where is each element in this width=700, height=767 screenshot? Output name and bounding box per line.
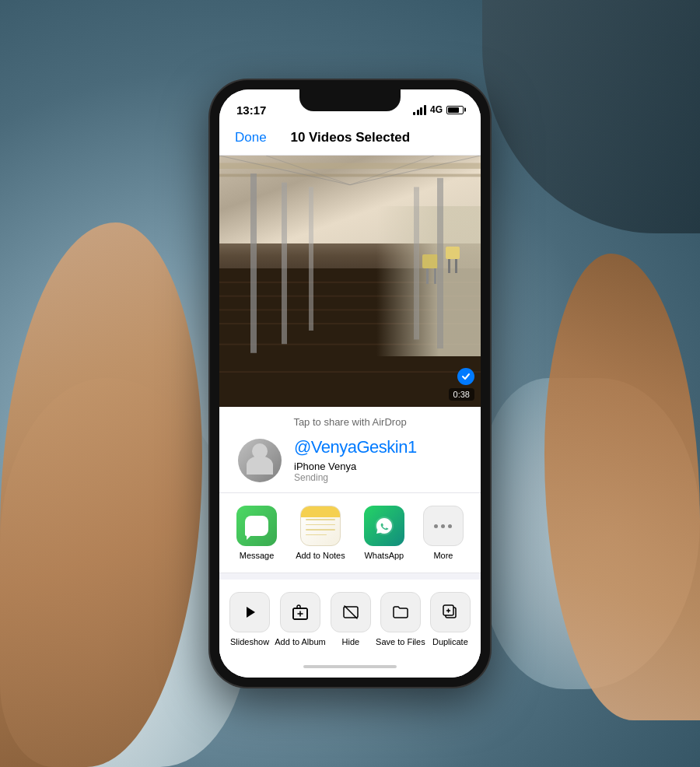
action-hide[interactable]: Hide	[331, 592, 371, 646]
photo-area[interactable]: 0:38	[219, 156, 481, 407]
hide-icon	[331, 592, 371, 632]
actions-row: Slideshow Add to Album	[219, 580, 481, 659]
notch	[299, 89, 401, 111]
selected-badge	[457, 368, 474, 385]
home-indicator	[219, 659, 481, 678]
device-name: iPhone Venya	[294, 461, 462, 472]
share-app-message[interactable]: Message	[236, 506, 277, 560]
action-add-album[interactable]: Add to Album	[275, 592, 325, 646]
airdrop-username: @VenyaGeskin1	[294, 437, 462, 457]
save-files-icon	[380, 592, 421, 632]
status-time: 13:17	[236, 103, 266, 117]
slideshow-label: Slideshow	[230, 637, 269, 646]
avatar[interactable]	[238, 439, 282, 482]
svg-rect-20	[282, 183, 287, 345]
message-label: Message	[240, 551, 275, 560]
add-album-label: Add to Album	[275, 637, 325, 646]
action-duplicate[interactable]: Duplicate	[430, 592, 471, 646]
duplicate-label: Duplicate	[432, 637, 468, 646]
svg-rect-19	[250, 173, 257, 353]
add-album-icon	[280, 592, 320, 632]
svg-line-31	[345, 606, 357, 618]
share-app-whatsapp[interactable]: WhatsApp	[364, 506, 404, 560]
svg-rect-22	[437, 178, 443, 348]
notes-label: Add to Notes	[296, 551, 345, 560]
hide-label: Hide	[342, 637, 360, 646]
more-dots-icon	[434, 524, 452, 528]
share-apps-row: Message Add to Notes	[219, 493, 481, 573]
done-button[interactable]: Done	[235, 130, 267, 145]
status-icons: 4G	[413, 104, 464, 115]
phone-screen: 13:17 4G Done 10 Videos Selected	[219, 89, 481, 678]
airdrop-section: Tap to share with AirDrop @VenyaGeskin1 …	[219, 407, 481, 493]
signal-bars-icon	[413, 105, 426, 115]
share-app-more[interactable]: More	[423, 506, 464, 560]
whatsapp-label: WhatsApp	[364, 551, 404, 560]
action-slideshow[interactable]: Slideshow	[229, 592, 270, 646]
section-divider	[219, 573, 481, 580]
message-icon	[236, 506, 277, 546]
share-app-notes[interactable]: Add to Notes	[296, 506, 345, 560]
save-files-label: Save to Files	[376, 637, 425, 646]
whatsapp-icon	[364, 506, 404, 546]
more-icon	[423, 506, 464, 546]
action-save-files[interactable]: Save to Files	[376, 592, 425, 646]
svg-rect-21	[309, 187, 313, 331]
selection-title: 10 Videos Selected	[290, 130, 410, 145]
phone-frame: 13:17 4G Done 10 Videos Selected	[210, 80, 490, 687]
slideshow-icon	[229, 592, 270, 632]
battery-icon	[446, 106, 464, 114]
home-bar	[303, 665, 397, 668]
nav-bar: Done 10 Videos Selected	[219, 124, 481, 156]
svg-rect-23	[414, 187, 419, 339]
video-duration: 0:38	[449, 388, 474, 401]
network-type: 4G	[430, 104, 443, 115]
notes-icon	[300, 506, 341, 546]
airdrop-hint: Tap to share with AirDrop	[232, 416, 468, 428]
svg-marker-25	[247, 607, 255, 618]
share-sheet: Tap to share with AirDrop @VenyaGeskin1 …	[219, 407, 481, 678]
photo-content	[219, 156, 481, 407]
more-label: More	[433, 551, 453, 560]
duplicate-icon	[430, 592, 471, 632]
device-status: Sending	[294, 472, 462, 483]
message-bubble-icon	[245, 516, 268, 536]
